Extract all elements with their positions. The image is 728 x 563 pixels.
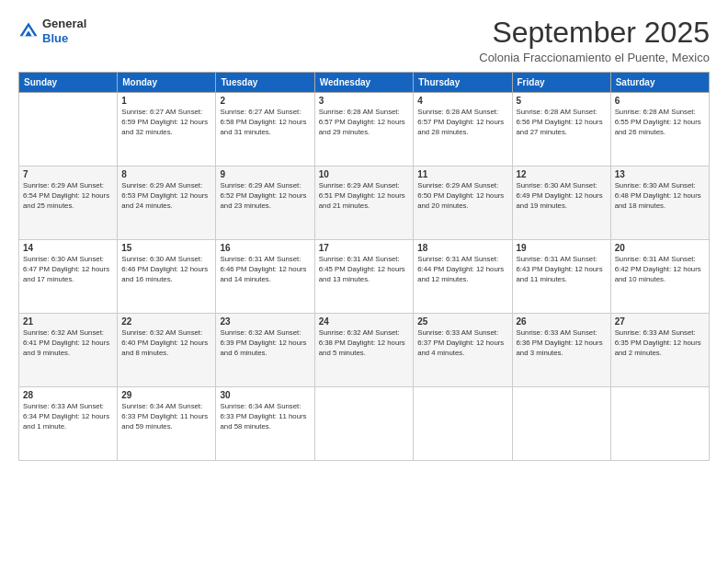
day-info: Sunrise: 6:31 AM Sunset: 6:44 PM Dayligh… — [417, 255, 507, 285]
day-info: Sunrise: 6:30 AM Sunset: 6:49 PM Dayligh… — [517, 181, 607, 212]
table-cell: 4Sunrise: 6:28 AM Sunset: 6:57 PM Daylig… — [414, 93, 512, 167]
day-info: Sunrise: 6:28 AM Sunset: 6:56 PM Dayligh… — [517, 108, 607, 138]
table-cell: 15Sunrise: 6:30 AM Sunset: 6:46 PM Dayli… — [118, 240, 216, 314]
col-sunday: Sunday — [19, 73, 118, 93]
day-number: 10 — [319, 169, 409, 179]
col-wednesday: Wednesday — [314, 73, 413, 93]
table-cell: 30Sunrise: 6:34 AM Sunset: 6:33 PM Dayli… — [216, 387, 314, 461]
logo-blue: Blue — [42, 31, 86, 46]
table-cell: 7Sunrise: 6:29 AM Sunset: 6:54 PM Daylig… — [19, 167, 118, 240]
day-number: 24 — [319, 316, 409, 327]
table-cell: 10Sunrise: 6:29 AM Sunset: 6:51 PM Dayli… — [314, 167, 413, 240]
calendar-table: Sunday Monday Tuesday Wednesday Thursday… — [18, 72, 710, 461]
page: General Blue September 2025 Colonia Frac… — [0, 0, 728, 563]
table-cell: 27Sunrise: 6:33 AM Sunset: 6:35 PM Dayli… — [610, 314, 709, 387]
subtitle: Colonia Fraccionamiento el Puente, Mexic… — [479, 51, 710, 64]
table-cell — [610, 387, 709, 461]
day-number: 13 — [615, 169, 705, 179]
day-number: 16 — [220, 243, 310, 253]
title-block: September 2025 Colonia Fraccionamiento e… — [479, 17, 710, 64]
table-cell: 23Sunrise: 6:32 AM Sunset: 6:39 PM Dayli… — [216, 314, 314, 387]
day-info: Sunrise: 6:32 AM Sunset: 6:38 PM Dayligh… — [319, 328, 409, 359]
day-number: 27 — [615, 316, 705, 327]
table-cell: 21Sunrise: 6:32 AM Sunset: 6:41 PM Dayli… — [19, 314, 118, 387]
table-cell: 3Sunrise: 6:28 AM Sunset: 6:57 PM Daylig… — [314, 93, 413, 167]
day-info: Sunrise: 6:32 AM Sunset: 6:41 PM Dayligh… — [23, 328, 113, 359]
day-number: 3 — [319, 96, 409, 106]
table-cell: 14Sunrise: 6:30 AM Sunset: 6:47 PM Dayli… — [19, 240, 118, 314]
table-cell: 16Sunrise: 6:31 AM Sunset: 6:46 PM Dayli… — [216, 240, 314, 314]
day-info: Sunrise: 6:30 AM Sunset: 6:46 PM Dayligh… — [121, 255, 211, 285]
table-cell: 25Sunrise: 6:33 AM Sunset: 6:37 PM Dayli… — [414, 314, 512, 387]
calendar-header-row: Sunday Monday Tuesday Wednesday Thursday… — [19, 73, 710, 93]
table-cell: 28Sunrise: 6:33 AM Sunset: 6:34 PM Dayli… — [19, 387, 118, 461]
day-number: 4 — [417, 96, 507, 106]
table-cell — [414, 387, 512, 461]
day-number: 17 — [319, 243, 409, 253]
day-number: 12 — [517, 169, 607, 179]
col-thursday: Thursday — [414, 73, 512, 93]
day-info: Sunrise: 6:29 AM Sunset: 6:53 PM Dayligh… — [121, 181, 211, 212]
week-row-2: 7Sunrise: 6:29 AM Sunset: 6:54 PM Daylig… — [19, 167, 710, 240]
table-cell: 18Sunrise: 6:31 AM Sunset: 6:44 PM Dayli… — [414, 240, 512, 314]
day-info: Sunrise: 6:31 AM Sunset: 6:45 PM Dayligh… — [319, 255, 409, 285]
day-number: 5 — [517, 96, 607, 106]
day-number: 9 — [220, 169, 310, 179]
day-number: 7 — [23, 169, 113, 179]
month-title: September 2025 — [479, 17, 710, 49]
day-number: 25 — [417, 316, 507, 327]
col-friday: Friday — [512, 73, 610, 93]
day-number: 6 — [615, 96, 705, 106]
table-cell: 24Sunrise: 6:32 AM Sunset: 6:38 PM Dayli… — [314, 314, 413, 387]
day-info: Sunrise: 6:30 AM Sunset: 6:48 PM Dayligh… — [615, 181, 705, 212]
day-info: Sunrise: 6:29 AM Sunset: 6:50 PM Dayligh… — [417, 181, 507, 212]
logo-icon — [18, 21, 39, 41]
week-row-5: 28Sunrise: 6:33 AM Sunset: 6:34 PM Dayli… — [19, 387, 710, 461]
table-cell: 17Sunrise: 6:31 AM Sunset: 6:45 PM Dayli… — [314, 240, 413, 314]
table-cell — [19, 93, 118, 167]
day-info: Sunrise: 6:33 AM Sunset: 6:35 PM Dayligh… — [615, 328, 705, 359]
logo-general: General — [42, 17, 86, 31]
table-cell: 13Sunrise: 6:30 AM Sunset: 6:48 PM Dayli… — [610, 167, 709, 240]
day-info: Sunrise: 6:31 AM Sunset: 6:43 PM Dayligh… — [517, 255, 607, 285]
day-info: Sunrise: 6:28 AM Sunset: 6:55 PM Dayligh… — [615, 108, 705, 138]
table-cell — [512, 387, 610, 461]
day-number: 1 — [121, 96, 211, 106]
table-cell: 29Sunrise: 6:34 AM Sunset: 6:33 PM Dayli… — [118, 387, 216, 461]
table-cell: 6Sunrise: 6:28 AM Sunset: 6:55 PM Daylig… — [610, 93, 709, 167]
week-row-1: 1Sunrise: 6:27 AM Sunset: 6:59 PM Daylig… — [19, 93, 710, 167]
day-number: 29 — [121, 390, 211, 400]
table-cell: 20Sunrise: 6:31 AM Sunset: 6:42 PM Dayli… — [610, 240, 709, 314]
day-number: 8 — [121, 169, 211, 179]
day-number: 11 — [417, 169, 507, 179]
day-info: Sunrise: 6:29 AM Sunset: 6:51 PM Dayligh… — [319, 181, 409, 212]
table-cell: 26Sunrise: 6:33 AM Sunset: 6:36 PM Dayli… — [512, 314, 610, 387]
day-number: 20 — [615, 243, 705, 253]
day-number: 18 — [417, 243, 507, 253]
day-info: Sunrise: 6:33 AM Sunset: 6:36 PM Dayligh… — [517, 328, 607, 359]
day-info: Sunrise: 6:29 AM Sunset: 6:52 PM Dayligh… — [220, 181, 310, 212]
week-row-4: 21Sunrise: 6:32 AM Sunset: 6:41 PM Dayli… — [19, 314, 710, 387]
table-cell: 11Sunrise: 6:29 AM Sunset: 6:50 PM Dayli… — [414, 167, 512, 240]
day-number: 19 — [517, 243, 607, 253]
day-number: 21 — [23, 316, 113, 327]
col-monday: Monday — [118, 73, 216, 93]
day-info: Sunrise: 6:32 AM Sunset: 6:40 PM Dayligh… — [121, 328, 211, 359]
day-info: Sunrise: 6:31 AM Sunset: 6:46 PM Dayligh… — [220, 255, 310, 285]
table-cell: 1Sunrise: 6:27 AM Sunset: 6:59 PM Daylig… — [118, 93, 216, 167]
day-number: 2 — [220, 96, 310, 106]
table-cell: 5Sunrise: 6:28 AM Sunset: 6:56 PM Daylig… — [512, 93, 610, 167]
header: General Blue September 2025 Colonia Frac… — [18, 17, 710, 64]
col-saturday: Saturday — [610, 73, 709, 93]
logo: General Blue — [18, 17, 86, 45]
week-row-3: 14Sunrise: 6:30 AM Sunset: 6:47 PM Dayli… — [19, 240, 710, 314]
day-info: Sunrise: 6:33 AM Sunset: 6:34 PM Dayligh… — [23, 402, 113, 432]
day-info: Sunrise: 6:34 AM Sunset: 6:33 PM Dayligh… — [220, 402, 310, 432]
day-info: Sunrise: 6:28 AM Sunset: 6:57 PM Dayligh… — [319, 108, 409, 138]
day-info: Sunrise: 6:34 AM Sunset: 6:33 PM Dayligh… — [121, 402, 211, 432]
day-number: 23 — [220, 316, 310, 327]
day-number: 30 — [220, 390, 310, 400]
day-number: 26 — [517, 316, 607, 327]
day-info: Sunrise: 6:28 AM Sunset: 6:57 PM Dayligh… — [417, 108, 507, 138]
day-info: Sunrise: 6:32 AM Sunset: 6:39 PM Dayligh… — [220, 328, 310, 359]
